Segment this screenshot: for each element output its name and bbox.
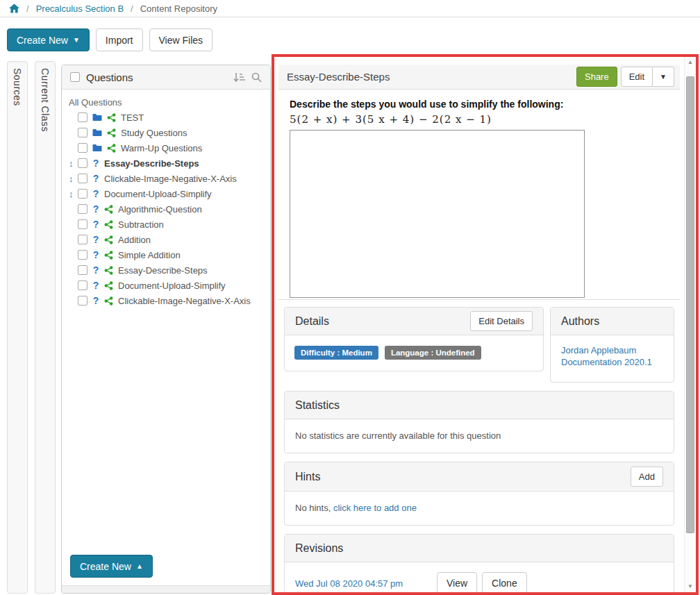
row-checkbox[interactable] (78, 174, 88, 183)
question-icon: ? (92, 295, 99, 306)
caret-down-icon: ▼ (660, 74, 667, 81)
questions-panel-header: Questions (62, 65, 270, 90)
tab-current-class[interactable]: Current Class (35, 61, 56, 594)
row-checkbox[interactable] (78, 143, 88, 153)
questions-panel: Questions All Questions (61, 65, 271, 594)
breadcrumb: / Precalculus Section B / Content Reposi… (0, 0, 700, 17)
create-new-button[interactable]: Create New ▼ (7, 28, 90, 51)
revisions-section: Revisions Wed Jul 08 2020 04:57 pm View … (284, 534, 674, 592)
tree-row-question[interactable]: ? Essay-Describe-Steps (62, 262, 270, 278)
share-icon (107, 144, 116, 153)
hints-section: Hints Add No hints, click here to add on… (284, 462, 674, 526)
share-icon (104, 251, 113, 260)
tab-sources[interactable]: Sources (7, 61, 28, 594)
tree-row-question[interactable]: ? Subtraction (62, 217, 270, 232)
tree-row-question[interactable]: ↕ ? Essay-Describe-Steps (62, 156, 270, 171)
row-checkbox[interactable] (78, 128, 88, 137)
caret-down-icon: ▼ (73, 37, 80, 44)
row-checkbox[interactable] (78, 265, 88, 275)
breadcrumb-separator: / (131, 3, 133, 14)
question-title: Essay-Describe-Steps (287, 71, 576, 83)
author-link[interactable]: Documentation 2020.1 (561, 357, 652, 367)
caret-up-icon: ▲ (136, 563, 143, 570)
row-checkbox[interactable] (78, 189, 88, 199)
tree-row-question[interactable]: ? Addition (62, 232, 270, 247)
tree-row-folder[interactable]: Warm-Up Questions (62, 140, 270, 156)
edit-button[interactable]: Edit (621, 67, 653, 87)
author-link[interactable]: Jordan Applebaum (561, 345, 636, 355)
tree-row-question[interactable]: ? Clickable-Image-Negative-X-Axis (62, 293, 270, 308)
authors-section-title: Authors (561, 315, 663, 328)
question-icon: ? (92, 265, 99, 276)
revision-row: Wed Jul 08 2020 04:57 pm View Clone (285, 562, 674, 592)
statistics-section: Statistics No statistics are currently a… (284, 391, 674, 453)
row-checkbox[interactable] (78, 219, 88, 229)
share-icon (104, 220, 113, 229)
language-badge: Language : Undefined (385, 346, 481, 360)
share-button[interactable]: Share (576, 67, 617, 87)
tree-row-folder[interactable]: Study Questions (62, 125, 270, 140)
breadcrumb-current: Content Repository (140, 3, 217, 14)
detail-scrollbar[interactable]: ▲ ▼ (684, 57, 696, 592)
share-icon (107, 113, 116, 122)
edit-dropdown-button[interactable]: ▼ (653, 67, 674, 87)
move-handle-icon[interactable]: ↕ (69, 189, 74, 199)
question-detail-content: Essay-Describe-Steps Share Edit ▼ Descri… (274, 57, 684, 592)
share-icon (104, 296, 113, 305)
details-section-title: Details (295, 315, 470, 328)
questions-panel-footer (62, 585, 270, 593)
question-prompt: Describe the steps you would use to simp… (290, 99, 669, 110)
home-icon[interactable] (9, 3, 19, 13)
questions-tree: All Questions TEST Study Questions Warm-… (62, 90, 270, 308)
revisions-section-title: Revisions (295, 542, 663, 555)
question-icon: ? (92, 280, 99, 291)
question-icon: ? (92, 188, 99, 199)
create-new-footer-button[interactable]: Create New ▲ (70, 555, 153, 578)
question-icon: ? (92, 158, 99, 169)
question-icon: ? (92, 173, 99, 184)
share-icon (104, 266, 113, 275)
tree-row-question[interactable]: ↕ ? Clickable-Image-Negative-X-Axis (62, 171, 270, 186)
tree-row-question[interactable]: ? Algorithmic-Question (62, 201, 270, 217)
add-hint-link[interactable]: click here to add one (333, 503, 417, 513)
scrollbar-thumb[interactable] (686, 76, 694, 533)
share-icon (107, 128, 116, 137)
row-checkbox[interactable] (78, 158, 88, 168)
sort-icon[interactable] (233, 72, 245, 83)
row-checkbox[interactable] (78, 112, 88, 122)
search-icon[interactable] (251, 72, 262, 83)
row-checkbox[interactable] (78, 296, 88, 305)
edit-details-button[interactable]: Edit Details (470, 311, 533, 331)
hints-empty-text: No hints, (295, 503, 333, 513)
folder-icon (92, 144, 102, 152)
toolbar: Create New ▼ Import View Files (7, 28, 212, 51)
view-files-button[interactable]: View Files (149, 28, 213, 51)
tree-row-question[interactable]: ? Document-Upload-Simplify (62, 278, 270, 293)
select-all-checkbox[interactable] (70, 72, 80, 82)
revision-date-link[interactable]: Wed Jul 08 2020 04:57 pm (295, 572, 437, 589)
tree-row-question[interactable]: ↕ ? Document-Upload-Simplify (62, 186, 270, 201)
essay-answer-box[interactable] (290, 130, 585, 298)
row-checkbox[interactable] (78, 204, 88, 214)
scroll-up-icon[interactable]: ▲ (685, 57, 696, 68)
row-checkbox[interactable] (78, 280, 88, 290)
view-revision-button[interactable]: View (437, 572, 477, 592)
tree-row-folder[interactable]: TEST (62, 110, 270, 125)
folder-icon (92, 128, 102, 137)
move-handle-icon[interactable]: ↕ (69, 158, 74, 169)
move-handle-icon[interactable]: ↕ (69, 174, 74, 184)
scroll-down-icon[interactable]: ▼ (685, 581, 696, 592)
add-hint-button[interactable]: Add (631, 467, 663, 487)
import-button[interactable]: Import (96, 28, 143, 51)
row-checkbox[interactable] (78, 235, 88, 244)
tree-row-question[interactable]: ? Simple Addition (62, 247, 270, 262)
questions-panel-title: Questions (86, 72, 227, 83)
content-repository-page: / Precalculus Section B / Content Reposi… (0, 0, 700, 595)
question-icon: ? (92, 249, 99, 260)
details-section: Details Edit Details Difficulty : Medium… (284, 307, 544, 371)
breadcrumb-class-link[interactable]: Precalculus Section B (36, 3, 124, 14)
tree-root-all-questions[interactable]: All Questions (62, 95, 270, 110)
difficulty-badge: Difficulty : Medium (294, 346, 378, 360)
clone-revision-button[interactable]: Clone (482, 572, 527, 592)
row-checkbox[interactable] (78, 250, 88, 260)
